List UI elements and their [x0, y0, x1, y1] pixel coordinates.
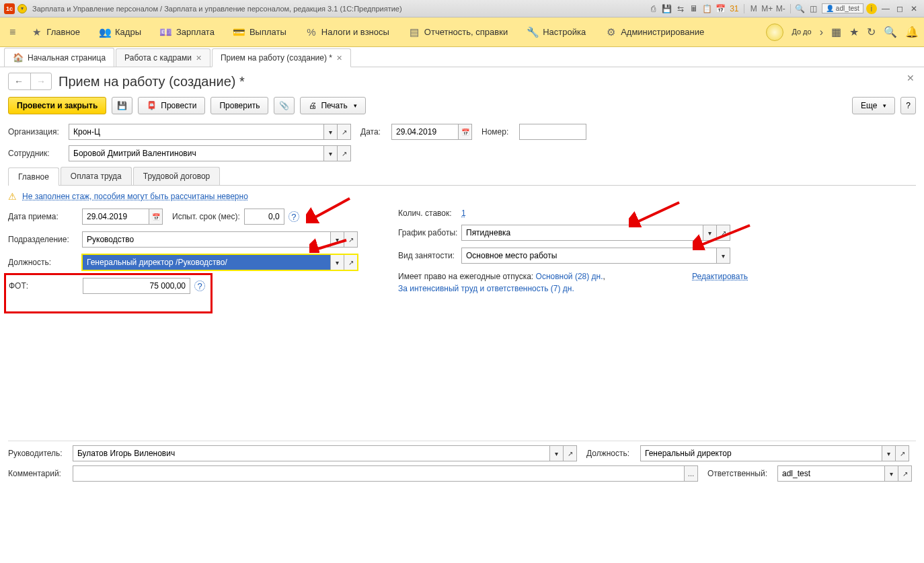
help-icon[interactable]: ?	[194, 280, 205, 291]
bell-icon[interactable]: 🔔	[905, 26, 919, 38]
calendar-button[interactable]: 📅	[459, 124, 472, 140]
memory-mplus-icon[interactable]: M+	[762, 3, 773, 14]
search-icon[interactable]: 🔍	[884, 26, 897, 38]
memory-m-icon[interactable]: M	[748, 3, 759, 14]
help-button[interactable]: ?	[900, 97, 916, 114]
employment-input[interactable]	[461, 248, 717, 264]
tab-home[interactable]: 🏠Начальная страница	[4, 48, 114, 67]
manager-pos-input[interactable]	[640, 445, 882, 461]
hire-date-input[interactable]	[82, 209, 149, 225]
open-button[interactable]: ↗	[564, 445, 577, 461]
info-icon[interactable]: i	[866, 3, 877, 14]
chevron-down-icon: ▾	[883, 102, 886, 109]
menu-icon[interactable]: ≡	[5, 24, 20, 41]
titlebar-print-icon[interactable]: ⎙	[648, 3, 659, 14]
dropdown-button[interactable]: ▾	[324, 124, 338, 140]
nav-admin[interactable]: ⚙Администрирование	[596, 22, 712, 42]
open-button[interactable]: ↗	[896, 445, 909, 461]
windows-icon[interactable]: ◫	[808, 3, 819, 14]
titlebar-user[interactable]: 👤adl_test	[822, 3, 863, 13]
open-button[interactable]: ↗	[344, 254, 358, 270]
tab-hire-create[interactable]: Прием на работу (создание) *✕	[212, 48, 351, 67]
titlebar-compare-icon[interactable]: ⇆	[675, 3, 686, 14]
print-button[interactable]: 🖨Печать▾	[300, 97, 365, 114]
responsible-input[interactable]	[777, 465, 885, 482]
employee-label: Сотрудник:	[8, 149, 69, 158]
subtab-payment[interactable]: Оплата труда	[61, 167, 132, 185]
titlebar-calendar-icon[interactable]: 📅	[716, 3, 726, 14]
comment-input[interactable]	[73, 465, 685, 482]
help-icon[interactable]: ?	[288, 211, 299, 222]
subtab-main[interactable]: Главное	[8, 167, 59, 186]
subtab-contract[interactable]: Трудовой договор	[133, 167, 220, 185]
apps-icon[interactable]: ▦	[831, 26, 841, 38]
dropdown-button[interactable]: ▾	[550, 445, 564, 461]
dropdown-button[interactable]: ▾	[324, 145, 338, 161]
save-button[interactable]: 💾	[112, 97, 132, 114]
nav-main[interactable]: ★Главное	[22, 22, 88, 42]
commit-close-button[interactable]: Провести и закрыть	[8, 97, 106, 114]
nav-salary[interactable]: 💷Зарплата	[152, 22, 223, 42]
app-logo-icon: 1c	[4, 3, 15, 14]
restore-button[interactable]: ◻	[894, 4, 906, 13]
printer-icon: 🖨	[309, 101, 317, 110]
chevron-right-icon[interactable]: ›	[820, 26, 823, 38]
nav-settings[interactable]: 🔧Настройка	[518, 22, 594, 42]
dept-input[interactable]	[82, 231, 331, 248]
org-input[interactable]	[69, 124, 324, 140]
titlebar-calc-icon[interactable]: 🖩	[689, 3, 699, 14]
forward-button[interactable]: →	[30, 73, 51, 89]
check-button[interactable]: Проверить	[210, 97, 268, 114]
close-page-button[interactable]: ✕	[907, 73, 915, 83]
manager-input[interactable]	[73, 445, 550, 461]
nav-staff[interactable]: 👥Кадры	[91, 22, 149, 42]
close-icon[interactable]: ✕	[336, 54, 342, 63]
titlebar-schedule-icon[interactable]: 31	[729, 3, 740, 14]
date-input[interactable]	[391, 124, 459, 140]
calendar-button[interactable]: 📅	[149, 209, 163, 225]
manager-label: Руководитель:	[8, 449, 73, 458]
favorite-icon[interactable]: ★	[849, 26, 859, 38]
schedule-input[interactable]	[461, 225, 703, 241]
nav-payments[interactable]: 💳Выплаты	[225, 22, 295, 42]
titlebar-copy-icon[interactable]: 📋	[702, 3, 713, 14]
nav-reports[interactable]: ▤Отчетность, справки	[400, 22, 516, 42]
history-icon[interactable]: ↻	[867, 26, 876, 38]
tab-staff-work[interactable]: Работа с кадрами✕	[116, 48, 210, 67]
probation-input[interactable]	[244, 209, 284, 225]
ellipsis-button[interactable]: …	[685, 465, 698, 482]
open-button[interactable]: ↗	[344, 231, 358, 248]
warning-link[interactable]: Не заполнен стаж, пособия могут быть рас…	[22, 192, 248, 201]
dropdown-button[interactable]: ▾	[331, 231, 344, 248]
paperclip-icon: 📎	[279, 101, 289, 110]
fot-input[interactable]	[83, 278, 190, 294]
open-button[interactable]: ↗	[338, 124, 351, 140]
more-button[interactable]: Еще▾	[852, 97, 895, 114]
close-window-button[interactable]: ✕	[908, 4, 920, 13]
dropdown-button[interactable]: ▾	[882, 445, 896, 461]
zoom-icon[interactable]: 🔍	[795, 3, 806, 14]
dropdown-button[interactable]: ▾	[885, 465, 898, 482]
titlebar-dropdown-icon[interactable]: ▾	[17, 4, 27, 13]
dropdown-button[interactable]: ▾	[717, 248, 730, 264]
coin-icon[interactable]	[766, 24, 783, 41]
minimize-button[interactable]: —	[880, 4, 892, 13]
memory-mminus-icon[interactable]: M-	[775, 3, 786, 14]
employee-input[interactable]	[69, 145, 324, 161]
close-icon[interactable]: ✕	[196, 54, 202, 63]
rates-link[interactable]: 1	[461, 209, 466, 218]
commit-icon: 📮	[147, 101, 157, 110]
vacation-edit-link[interactable]: Редактировать	[692, 270, 748, 283]
number-input[interactable]	[519, 124, 586, 140]
open-button[interactable]: ↗	[717, 225, 730, 241]
position-input[interactable]	[82, 254, 331, 270]
titlebar-save-icon[interactable]: 💾	[662, 3, 672, 14]
open-button[interactable]: ↗	[898, 465, 912, 482]
nav-taxes[interactable]: %Налоги и взносы	[297, 22, 397, 42]
open-button[interactable]: ↗	[338, 145, 351, 161]
back-button[interactable]: ←	[9, 73, 29, 89]
dropdown-button[interactable]: ▾	[331, 254, 344, 270]
commit-button[interactable]: 📮Провести	[138, 97, 205, 114]
attach-button[interactable]: 📎	[274, 97, 295, 114]
dropdown-button[interactable]: ▾	[703, 225, 717, 241]
